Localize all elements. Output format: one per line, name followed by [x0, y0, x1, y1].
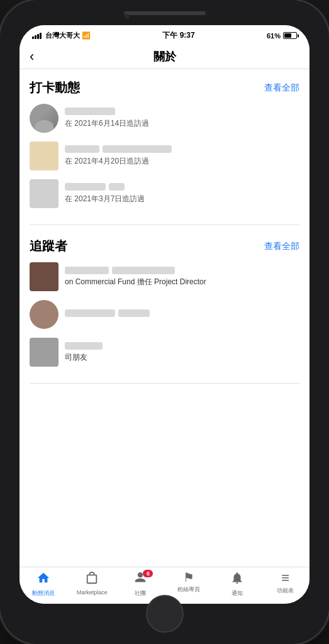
status-time: 下午 9:37 — [162, 30, 194, 41]
checkin-info-2: 在 2021年4月20日造訪過 — [65, 145, 299, 167]
tab-pages[interactable]: ⚑ 粉絲專頁 — [164, 571, 213, 597]
follower-name-blur-3a — [65, 342, 103, 350]
checkin-item-2: 在 2021年4月20日造訪過 — [30, 142, 299, 170]
checkin-name-blur-1 — [65, 108, 115, 115]
follower-avatar-3 — [30, 338, 59, 367]
back-button[interactable]: ‹ — [30, 48, 48, 65]
battery-percent: 61% — [267, 32, 281, 40]
followers-title: 追蹤者 — [30, 238, 67, 255]
follower-sub-1: on Commercial Fund 擔任 Project Director — [65, 277, 299, 287]
followers-view-all[interactable]: 查看全部 — [264, 241, 299, 252]
followers-section: 追蹤者 查看全部 on Commercial Fund 擔任 Project D… — [20, 228, 309, 380]
bottom-spacer — [20, 386, 309, 411]
battery-icon — [283, 32, 297, 39]
checkin-section: 打卡動態 查看全部 在 2021年6月14日造訪過 — [20, 69, 309, 222]
checkin-item-3: 在 2021年3月7日造訪過 — [30, 179, 299, 208]
notifications-icon — [230, 571, 244, 587]
tab-notifications-label: 通知 — [231, 589, 243, 597]
status-right: 61% — [267, 32, 297, 40]
checkin-info-3: 在 2021年3月7日造訪過 — [65, 183, 299, 204]
tab-marketplace-label: Marketplace — [77, 589, 108, 596]
tab-news-feed[interactable]: 動態消息 — [20, 571, 68, 597]
followers-section-header: 追蹤者 查看全部 — [30, 238, 299, 255]
follower-info-1: on Commercial Fund 擔任 Project Director — [65, 267, 299, 287]
checkin-name-blur-3a — [65, 183, 106, 191]
section-divider — [30, 225, 299, 225]
follower-name-blur-1a — [65, 267, 109, 274]
checkin-view-all[interactable]: 查看全部 — [264, 82, 299, 94]
tab-menu-label: 功能表 — [277, 587, 294, 595]
speaker-dot — [125, 14, 130, 19]
checkin-name-blur-3b — [109, 183, 125, 191]
follower-sub-3: 司朋友 — [65, 352, 299, 363]
follower-name-blur-2a — [65, 309, 115, 317]
checkin-name-blur-2b — [103, 145, 172, 153]
follower-item-1[interactable]: on Commercial Fund 擔任 Project Director — [30, 262, 299, 291]
carrier-name: 台灣大哥大 — [45, 31, 80, 40]
groups-badge: 6 — [143, 570, 153, 577]
follower-item-3[interactable]: 司朋友 — [30, 338, 299, 367]
checkin-avatar-2 — [30, 142, 59, 170]
follower-info-2 — [65, 309, 299, 319]
checkin-date-3: 在 2021年3月7日造訪過 — [65, 194, 299, 204]
menu-icon: ≡ — [281, 571, 289, 585]
checkin-avatar-1 — [30, 104, 59, 133]
wifi-icon: 📶 — [82, 31, 91, 40]
follower-info-3: 司朋友 — [65, 342, 299, 363]
checkin-title: 打卡動態 — [30, 79, 80, 96]
bottom-divider — [30, 383, 299, 384]
follower-item-2[interactable] — [30, 300, 299, 329]
tab-menu[interactable]: ≡ 功能表 — [261, 571, 309, 597]
checkin-date-1: 在 2021年6月14日造訪過 — [65, 118, 299, 129]
screen: 台灣大哥大 📶 下午 9:37 61% ‹ 關於 打卡動態 查看 — [20, 25, 309, 604]
pages-icon: ⚑ — [183, 571, 194, 584]
checkin-avatar-3 — [30, 179, 59, 208]
follower-avatar-1 — [30, 262, 59, 291]
checkin-date-2: 在 2021年4月20日造訪過 — [65, 156, 299, 167]
follower-name-blur-2b — [118, 309, 150, 317]
nav-bar: ‹ 關於 — [20, 43, 309, 69]
signal-bars — [32, 33, 42, 39]
home-icon — [36, 571, 50, 587]
phone-frame: 台灣大哥大 📶 下午 9:37 61% ‹ 關於 打卡動態 查看 — [0, 0, 329, 644]
tab-groups[interactable]: 6 社團 — [116, 571, 165, 597]
checkin-name-blur-2a — [65, 145, 99, 153]
checkin-section-header: 打卡動態 查看全部 — [30, 79, 299, 96]
follower-name-blur-1b — [112, 267, 175, 274]
checkin-info-1: 在 2021年6月14日造訪過 — [65, 108, 299, 129]
home-button[interactable] — [146, 595, 184, 633]
status-left: 台灣大哥大 📶 — [32, 31, 91, 40]
follower-avatar-2 — [30, 300, 59, 329]
page-title: 關於 — [48, 49, 281, 64]
tab-pages-label: 粉絲專頁 — [177, 586, 200, 594]
tab-news-feed-label: 動態消息 — [32, 589, 55, 597]
main-content: 打卡動態 查看全部 在 2021年6月14日造訪過 — [20, 69, 309, 567]
tab-notifications[interactable]: 通知 — [213, 571, 261, 597]
tab-marketplace[interactable]: Marketplace — [68, 571, 116, 597]
checkin-item-1: 在 2021年6月14日造訪過 — [30, 104, 299, 133]
tab-groups-label: 社團 — [135, 589, 146, 597]
battery-fill — [284, 33, 291, 38]
marketplace-icon — [85, 571, 99, 587]
status-bar: 台灣大哥大 📶 下午 9:37 61% — [20, 25, 309, 43]
